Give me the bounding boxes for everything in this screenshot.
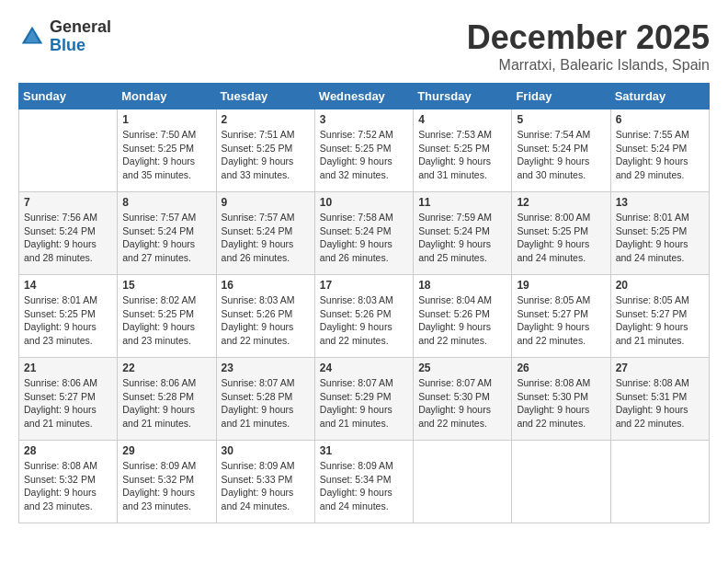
logo: General Blue — [18, 18, 111, 55]
sunrise-label: Sunrise: 8:07 AM — [222, 377, 295, 388]
daylight-label: Daylight: 9 hours and 24 minutes. — [222, 487, 294, 511]
daylight-label: Daylight: 9 hours and 24 minutes. — [616, 238, 688, 263]
daylight-label: Daylight: 9 hours and 23 minutes. — [24, 321, 97, 346]
day-info: Sunrise: 8:05 AM Sunset: 5:27 PM Dayligh… — [616, 293, 704, 348]
day-info: Sunrise: 8:08 AM Sunset: 5:32 PM Dayligh… — [24, 459, 112, 513]
sunset-label: Sunset: 5:32 PM — [24, 474, 96, 485]
day-number: 23 — [222, 362, 310, 374]
daylight-label: Daylight: 9 hours and 21 minutes. — [222, 404, 294, 429]
calendar-week-row: 28 Sunrise: 8:08 AM Sunset: 5:32 PM Dayl… — [19, 441, 710, 523]
calendar-week-row: 7 Sunrise: 7:56 AM Sunset: 5:24 PM Dayli… — [19, 192, 710, 275]
sunset-label: Sunset: 5:33 PM — [222, 474, 293, 485]
sunrise-label: Sunrise: 7:59 AM — [418, 212, 492, 223]
calendar-table: Sunday Monday Tuesday Wednesday Thursday… — [18, 83, 710, 523]
table-row: 30 Sunrise: 8:09 AM Sunset: 5:33 PM Dayl… — [216, 441, 314, 523]
daylight-label: Daylight: 9 hours and 29 minutes. — [616, 155, 688, 180]
sunrise-label: Sunrise: 8:08 AM — [517, 377, 590, 388]
sunset-label: Sunset: 5:25 PM — [24, 308, 96, 319]
sunset-label: Sunset: 5:25 PM — [122, 143, 194, 154]
day-info: Sunrise: 8:07 AM Sunset: 5:30 PM Dayligh… — [418, 376, 506, 431]
day-number: 9 — [222, 196, 310, 209]
sunset-label: Sunset: 5:34 PM — [320, 474, 392, 485]
sunrise-label: Sunrise: 8:04 AM — [418, 294, 492, 305]
daylight-label: Daylight: 9 hours and 33 minutes. — [222, 155, 294, 180]
sunrise-label: Sunrise: 8:07 AM — [418, 377, 492, 388]
sunset-label: Sunset: 5:25 PM — [418, 143, 490, 154]
daylight-label: Daylight: 9 hours and 30 minutes. — [517, 155, 589, 180]
day-info: Sunrise: 8:02 AM Sunset: 5:25 PM Dayligh… — [122, 293, 210, 348]
sunset-label: Sunset: 5:24 PM — [418, 225, 490, 236]
day-info: Sunrise: 7:54 AM Sunset: 5:24 PM Dayligh… — [517, 128, 605, 182]
table-row — [512, 441, 610, 523]
day-info: Sunrise: 8:07 AM Sunset: 5:28 PM Dayligh… — [222, 376, 310, 431]
table-row: 21 Sunrise: 8:06 AM Sunset: 5:27 PM Dayl… — [19, 358, 118, 441]
daylight-label: Daylight: 9 hours and 27 minutes. — [122, 238, 195, 263]
sunrise-label: Sunrise: 7:52 AM — [320, 129, 393, 140]
sunset-label: Sunset: 5:26 PM — [418, 308, 490, 319]
daylight-label: Daylight: 9 hours and 32 minutes. — [320, 155, 392, 180]
sunset-label: Sunset: 5:26 PM — [222, 308, 293, 319]
table-row: 24 Sunrise: 8:07 AM Sunset: 5:29 PM Dayl… — [314, 358, 413, 441]
sunset-label: Sunset: 5:27 PM — [616, 308, 688, 319]
sunset-label: Sunset: 5:26 PM — [320, 308, 392, 319]
daylight-label: Daylight: 9 hours and 28 minutes. — [24, 238, 97, 263]
col-wednesday: Wednesday — [314, 84, 413, 109]
day-number: 2 — [222, 113, 310, 126]
daylight-label: Daylight: 9 hours and 31 minutes. — [418, 155, 491, 180]
calendar-week-row: 1 Sunrise: 7:50 AM Sunset: 5:25 PM Dayli… — [19, 109, 710, 192]
daylight-label: Daylight: 9 hours and 21 minutes. — [24, 404, 97, 429]
day-info: Sunrise: 8:09 AM Sunset: 5:33 PM Dayligh… — [222, 459, 310, 513]
day-info: Sunrise: 8:08 AM Sunset: 5:31 PM Dayligh… — [616, 376, 704, 431]
day-number: 6 — [616, 113, 704, 126]
day-info: Sunrise: 8:01 AM Sunset: 5:25 PM Dayligh… — [616, 211, 704, 265]
sunrise-label: Sunrise: 8:06 AM — [122, 377, 196, 388]
day-info: Sunrise: 7:58 AM Sunset: 5:24 PM Dayligh… — [320, 211, 408, 265]
day-number: 8 — [122, 196, 210, 209]
day-number: 27 — [616, 362, 704, 374]
table-row: 13 Sunrise: 8:01 AM Sunset: 5:25 PM Dayl… — [610, 192, 709, 275]
sunset-label: Sunset: 5:29 PM — [320, 391, 392, 402]
table-row: 22 Sunrise: 8:06 AM Sunset: 5:28 PM Dayl… — [118, 358, 216, 441]
table-row: 6 Sunrise: 7:55 AM Sunset: 5:24 PM Dayli… — [610, 109, 709, 192]
sunset-label: Sunset: 5:24 PM — [222, 225, 293, 236]
sunrise-label: Sunrise: 8:09 AM — [222, 460, 295, 471]
day-number: 30 — [222, 444, 310, 457]
sunrise-label: Sunrise: 7:51 AM — [222, 129, 295, 140]
logo-text-blue: Blue — [50, 37, 111, 55]
table-row — [19, 109, 118, 192]
table-row: 29 Sunrise: 8:09 AM Sunset: 5:32 PM Dayl… — [118, 441, 216, 523]
day-number: 29 — [122, 444, 210, 457]
table-row: 1 Sunrise: 7:50 AM Sunset: 5:25 PM Dayli… — [118, 109, 216, 192]
daylight-label: Daylight: 9 hours and 23 minutes. — [122, 321, 195, 346]
table-row: 28 Sunrise: 8:08 AM Sunset: 5:32 PM Dayl… — [19, 441, 118, 523]
sunset-label: Sunset: 5:31 PM — [616, 391, 688, 402]
sunrise-label: Sunrise: 8:08 AM — [616, 377, 689, 388]
table-row: 3 Sunrise: 7:52 AM Sunset: 5:25 PM Dayli… — [314, 109, 413, 192]
sunrise-label: Sunrise: 7:55 AM — [616, 129, 689, 140]
day-info: Sunrise: 8:07 AM Sunset: 5:29 PM Dayligh… — [320, 376, 408, 431]
col-sunday: Sunday — [19, 84, 118, 109]
daylight-label: Daylight: 9 hours and 22 minutes. — [222, 321, 294, 346]
table-row: 9 Sunrise: 7:57 AM Sunset: 5:24 PM Dayli… — [216, 192, 314, 275]
daylight-label: Daylight: 9 hours and 22 minutes. — [517, 321, 589, 346]
daylight-label: Daylight: 9 hours and 22 minutes. — [517, 404, 589, 429]
sunset-label: Sunset: 5:25 PM — [320, 143, 392, 154]
sunset-label: Sunset: 5:30 PM — [418, 391, 490, 402]
table-row: 5 Sunrise: 7:54 AM Sunset: 5:24 PM Dayli… — [512, 109, 610, 192]
day-number: 14 — [24, 279, 112, 292]
day-number: 31 — [320, 444, 408, 457]
day-number: 20 — [616, 279, 704, 292]
daylight-label: Daylight: 9 hours and 26 minutes. — [222, 238, 294, 263]
col-saturday: Saturday — [610, 84, 709, 109]
table-row: 8 Sunrise: 7:57 AM Sunset: 5:24 PM Dayli… — [118, 192, 216, 275]
table-row: 16 Sunrise: 8:03 AM Sunset: 5:26 PM Dayl… — [216, 275, 314, 358]
table-row — [414, 441, 512, 523]
table-row: 25 Sunrise: 8:07 AM Sunset: 5:30 PM Dayl… — [414, 358, 512, 441]
sunset-label: Sunset: 5:24 PM — [320, 225, 392, 236]
sunrise-label: Sunrise: 8:01 AM — [616, 212, 689, 223]
table-row: 2 Sunrise: 7:51 AM Sunset: 5:25 PM Dayli… — [216, 109, 314, 192]
day-number: 11 — [418, 196, 506, 209]
daylight-label: Daylight: 9 hours and 22 minutes. — [320, 321, 392, 346]
daylight-label: Daylight: 9 hours and 25 minutes. — [418, 238, 491, 263]
daylight-label: Daylight: 9 hours and 22 minutes. — [418, 404, 491, 429]
